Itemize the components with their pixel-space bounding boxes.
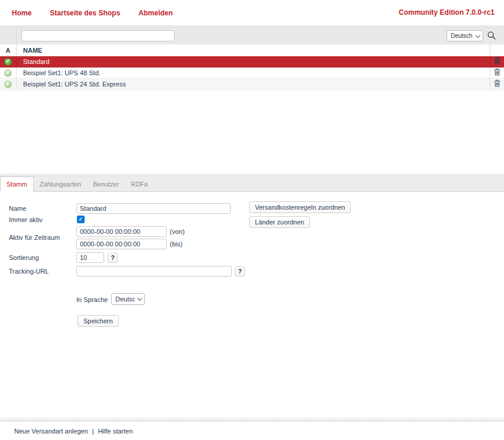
tab-bar: Stamm Zahlungsarten Benutzer RDFa xyxy=(0,176,504,192)
trash-icon xyxy=(494,68,500,78)
footer-links: Neue Versandart anlegen | Hilfe starten xyxy=(14,428,133,435)
tracking-url-help-button[interactable]: ? xyxy=(235,266,245,277)
trash-icon xyxy=(494,57,500,66)
table-row[interactable]: Standard xyxy=(0,56,504,68)
active-to-suffix: (bis) xyxy=(170,240,182,248)
always-active-label: Immer aktiv xyxy=(9,216,43,223)
column-header-delete xyxy=(490,44,504,56)
form-language-select[interactable]: Deutsch xyxy=(111,293,145,305)
tracking-url-field[interactable] xyxy=(76,266,232,277)
list-toolbar: Deutsch xyxy=(0,27,504,44)
row-name-cell[interactable]: Beispiel Set1: UPS 24 Std. Express xyxy=(17,79,490,89)
save-button[interactable]: Speichern xyxy=(77,315,119,327)
tab-benutzer[interactable]: Benutzer xyxy=(87,176,125,192)
row-name-cell[interactable]: Standard xyxy=(17,56,490,67)
delete-row-button[interactable] xyxy=(494,79,500,89)
active-to-field[interactable] xyxy=(76,239,167,249)
active-period-label: Aktiv für Zeitraum xyxy=(9,234,60,241)
sorting-label: Sortierung xyxy=(9,254,39,261)
delete-row-button[interactable] xyxy=(494,57,500,66)
row-status-cell xyxy=(0,79,17,89)
language-select[interactable]: Deutsch xyxy=(447,30,483,41)
toolbar-left-cell xyxy=(0,27,17,44)
assign-shipping-cost-rules-button[interactable]: Versandkostenregeln zuordnen xyxy=(249,201,351,213)
footer-gradient-bar xyxy=(0,417,504,422)
trash-icon xyxy=(494,79,500,89)
sorting-help-button[interactable]: ? xyxy=(108,253,118,263)
name-label: Name xyxy=(9,205,26,212)
active-from-field[interactable] xyxy=(76,226,167,237)
row-name-cell[interactable]: Beispiel Set1: UPS 48 Std. xyxy=(17,68,490,78)
delete-row-button[interactable] xyxy=(494,68,500,78)
nav-shop-frontend-link[interactable]: Startseite des Shops xyxy=(50,9,120,17)
active-from-suffix: (von) xyxy=(170,228,185,235)
create-new-shipping-set-link[interactable]: Neue Versandart anlegen xyxy=(14,428,88,435)
main-nav: Home Startseite des Shops Abmelden xyxy=(0,9,173,17)
admin-shipping-sets-page: Home Startseite des Shops Abmelden Commu… xyxy=(0,0,504,440)
sorting-field[interactable] xyxy=(76,252,104,263)
check-circle-icon xyxy=(4,58,12,66)
tracking-url-label: Tracking-URL xyxy=(9,268,49,275)
row-status-cell xyxy=(0,56,17,67)
row-delete-cell xyxy=(490,68,504,78)
shipping-sets-table: A NAME Standard xyxy=(0,44,504,90)
tab-rdfa[interactable]: RDFa xyxy=(125,176,154,192)
search-input[interactable] xyxy=(21,30,175,41)
start-help-link[interactable]: Hilfe starten xyxy=(98,428,133,435)
magnifier-icon xyxy=(487,33,496,42)
always-active-checkbox[interactable] xyxy=(77,216,85,223)
check-circle-icon xyxy=(4,81,12,88)
footer-separator: | xyxy=(92,428,94,435)
name-field[interactable] xyxy=(76,203,231,214)
tab-zahlungsarten[interactable]: Zahlungsarten xyxy=(34,176,87,192)
column-header-active[interactable]: A xyxy=(0,44,17,56)
edition-label: Community Edition 7.0.0-rc1 xyxy=(399,8,495,17)
in-language-label: In Sprache xyxy=(76,296,108,303)
assign-countries-button[interactable]: Länder zuordnen xyxy=(249,216,310,228)
table-row[interactable]: Beispiel Set1: UPS 48 Std. xyxy=(0,68,504,79)
toolbar-language-select-wrap: Deutsch xyxy=(447,30,483,41)
top-bar: Home Startseite des Shops Abmelden Commu… xyxy=(0,0,504,26)
nav-logout-link[interactable]: Abmelden xyxy=(138,9,173,17)
tab-top-gradient xyxy=(0,172,504,176)
tab-stamm[interactable]: Stamm xyxy=(0,176,34,192)
table-row[interactable]: Beispiel Set1: UPS 24 Std. Express xyxy=(0,79,504,90)
column-header-name[interactable]: NAME xyxy=(17,44,490,56)
table-header-row: A NAME xyxy=(0,44,504,56)
row-delete-cell xyxy=(490,56,504,67)
check-circle-icon xyxy=(4,69,12,77)
search-button[interactable] xyxy=(486,31,497,41)
row-delete-cell xyxy=(490,79,504,89)
form-language-select-wrap: Deutsch xyxy=(111,293,145,305)
nav-home-link[interactable]: Home xyxy=(12,9,31,17)
row-status-cell xyxy=(0,68,17,78)
